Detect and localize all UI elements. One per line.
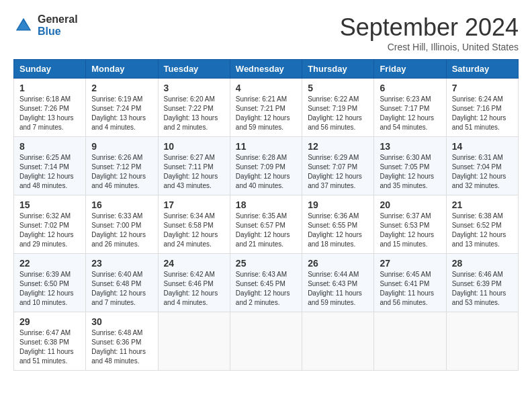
calendar-cell: [302, 312, 374, 371]
calendar-week-row: 15Sunrise: 6:32 AMSunset: 7:02 PMDayligh…: [14, 195, 519, 254]
calendar-cell: 26Sunrise: 6:44 AMSunset: 6:43 PMDayligh…: [302, 254, 374, 312]
logo-general-text: General: [38, 13, 78, 26]
day-info: Sunrise: 6:40 AMSunset: 6:48 PMDaylight:…: [91, 270, 152, 308]
day-number: 22: [19, 258, 80, 269]
day-number: 4: [236, 83, 296, 93]
calendar-cell: 2Sunrise: 6:19 AMSunset: 7:24 PMDaylight…: [86, 79, 158, 137]
day-info: Sunrise: 6:36 AMSunset: 6:55 PMDaylight:…: [308, 212, 368, 249]
calendar-table: SundayMondayTuesdayWednesdayThursdayFrid…: [13, 59, 519, 371]
day-info: Sunrise: 6:43 AMSunset: 6:45 PMDaylight:…: [236, 270, 296, 308]
day-number: 14: [452, 141, 513, 152]
day-number: 28: [452, 258, 513, 269]
logo-blue-text: Blue: [38, 26, 78, 38]
calendar-cell: 23Sunrise: 6:40 AMSunset: 6:48 PMDayligh…: [86, 254, 158, 312]
calendar-week-row: 29Sunrise: 6:47 AMSunset: 6:38 PMDayligh…: [14, 312, 519, 371]
day-number: 11: [236, 141, 296, 152]
day-number: 27: [380, 258, 440, 269]
day-number: 20: [380, 199, 440, 210]
day-number: 25: [236, 258, 296, 269]
calendar-cell: 21Sunrise: 6:38 AMSunset: 6:52 PMDayligh…: [446, 195, 518, 254]
weekday-header-sunday: Sunday: [14, 60, 86, 79]
day-info: Sunrise: 6:27 AMSunset: 7:11 PMDaylight:…: [164, 153, 224, 191]
weekday-header-tuesday: Tuesday: [158, 60, 230, 79]
calendar-cell: 30Sunrise: 6:48 AMSunset: 6:36 PMDayligh…: [86, 312, 158, 371]
day-info: Sunrise: 6:25 AMSunset: 7:14 PMDaylight:…: [19, 153, 80, 191]
day-number: 19: [308, 199, 368, 210]
day-info: Sunrise: 6:28 AMSunset: 7:09 PMDaylight:…: [236, 153, 296, 191]
calendar-cell: [374, 312, 446, 371]
calendar-cell: 10Sunrise: 6:27 AMSunset: 7:11 PMDayligh…: [158, 137, 230, 195]
day-info: Sunrise: 6:38 AMSunset: 6:52 PMDaylight:…: [452, 212, 513, 249]
calendar-cell: 9Sunrise: 6:26 AMSunset: 7:12 PMDaylight…: [86, 137, 158, 195]
calendar-cell: 8Sunrise: 6:25 AMSunset: 7:14 PMDaylight…: [14, 137, 86, 195]
calendar-cell: 1Sunrise: 6:18 AMSunset: 7:26 PMDaylight…: [14, 79, 86, 137]
day-number: 16: [91, 199, 152, 210]
page-header: General Blue September 2024 Crest Hill, …: [13, 13, 519, 52]
weekday-header-friday: Friday: [374, 60, 446, 79]
calendar-week-row: 8Sunrise: 6:25 AMSunset: 7:14 PMDaylight…: [14, 137, 519, 195]
calendar-cell: 11Sunrise: 6:28 AMSunset: 7:09 PMDayligh…: [230, 137, 302, 195]
day-number: 12: [308, 141, 368, 152]
title-block: September 2024 Crest Hill, Illinois, Uni…: [340, 13, 519, 52]
calendar-cell: 28Sunrise: 6:46 AMSunset: 6:39 PMDayligh…: [446, 254, 518, 312]
day-info: Sunrise: 6:26 AMSunset: 7:12 PMDaylight:…: [91, 153, 152, 191]
day-number: 7: [452, 83, 513, 93]
day-number: 6: [380, 83, 440, 93]
day-number: 15: [19, 199, 80, 210]
calendar-cell: 25Sunrise: 6:43 AMSunset: 6:45 PMDayligh…: [230, 254, 302, 312]
calendar-cell: 16Sunrise: 6:33 AMSunset: 7:00 PMDayligh…: [86, 195, 158, 254]
day-info: Sunrise: 6:34 AMSunset: 6:58 PMDaylight:…: [164, 212, 224, 249]
calendar-cell: 7Sunrise: 6:24 AMSunset: 7:16 PMDaylight…: [446, 79, 518, 137]
day-info: Sunrise: 6:48 AMSunset: 6:36 PMDaylight:…: [91, 328, 152, 366]
day-info: Sunrise: 6:22 AMSunset: 7:19 PMDaylight:…: [308, 95, 368, 132]
day-info: Sunrise: 6:32 AMSunset: 7:02 PMDaylight:…: [19, 212, 80, 249]
day-number: 18: [236, 199, 296, 210]
day-number: 26: [308, 258, 368, 269]
day-info: Sunrise: 6:18 AMSunset: 7:26 PMDaylight:…: [19, 95, 80, 132]
calendar-week-row: 1Sunrise: 6:18 AMSunset: 7:26 PMDaylight…: [14, 79, 519, 137]
day-info: Sunrise: 6:35 AMSunset: 6:57 PMDaylight:…: [236, 212, 296, 249]
calendar-cell: 4Sunrise: 6:21 AMSunset: 7:21 PMDaylight…: [230, 79, 302, 137]
calendar-cell: 19Sunrise: 6:36 AMSunset: 6:55 PMDayligh…: [302, 195, 374, 254]
day-number: 29: [19, 316, 80, 327]
calendar-cell: [230, 312, 302, 371]
weekday-header-row: SundayMondayTuesdayWednesdayThursdayFrid…: [14, 60, 519, 79]
day-number: 13: [380, 141, 440, 152]
day-number: 3: [164, 83, 224, 93]
calendar-cell: 22Sunrise: 6:39 AMSunset: 6:50 PMDayligh…: [14, 254, 86, 312]
weekday-header-thursday: Thursday: [302, 60, 374, 79]
weekday-header-saturday: Saturday: [446, 60, 518, 79]
day-number: 24: [164, 258, 224, 269]
day-number: 9: [91, 141, 152, 152]
day-info: Sunrise: 6:30 AMSunset: 7:05 PMDaylight:…: [380, 153, 440, 191]
day-info: Sunrise: 6:45 AMSunset: 6:41 PMDaylight:…: [380, 270, 440, 308]
day-info: Sunrise: 6:19 AMSunset: 7:24 PMDaylight:…: [91, 95, 152, 132]
calendar-cell: 6Sunrise: 6:23 AMSunset: 7:17 PMDaylight…: [374, 79, 446, 137]
calendar-cell: 27Sunrise: 6:45 AMSunset: 6:41 PMDayligh…: [374, 254, 446, 312]
day-info: Sunrise: 6:46 AMSunset: 6:39 PMDaylight:…: [452, 270, 513, 308]
calendar-cell: 5Sunrise: 6:22 AMSunset: 7:19 PMDaylight…: [302, 79, 374, 137]
calendar-cell: 18Sunrise: 6:35 AMSunset: 6:57 PMDayligh…: [230, 195, 302, 254]
calendar-cell: 24Sunrise: 6:42 AMSunset: 6:46 PMDayligh…: [158, 254, 230, 312]
day-info: Sunrise: 6:39 AMSunset: 6:50 PMDaylight:…: [19, 270, 80, 308]
weekday-header-monday: Monday: [86, 60, 158, 79]
day-info: Sunrise: 6:37 AMSunset: 6:53 PMDaylight:…: [380, 212, 440, 249]
day-number: 10: [164, 141, 224, 152]
day-info: Sunrise: 6:20 AMSunset: 7:22 PMDaylight:…: [164, 95, 224, 132]
day-number: 8: [19, 141, 80, 152]
day-info: Sunrise: 6:44 AMSunset: 6:43 PMDaylight:…: [308, 270, 368, 308]
month-title: September 2024: [340, 13, 519, 42]
calendar-cell: 13Sunrise: 6:30 AMSunset: 7:05 PMDayligh…: [374, 137, 446, 195]
logo-icon: [13, 15, 34, 36]
day-info: Sunrise: 6:33 AMSunset: 7:00 PMDaylight:…: [91, 212, 152, 249]
day-info: Sunrise: 6:31 AMSunset: 7:04 PMDaylight:…: [452, 153, 513, 191]
location-text: Crest Hill, Illinois, United States: [340, 42, 519, 52]
day-number: 23: [91, 258, 152, 269]
logo: General Blue: [13, 13, 78, 37]
calendar-cell: 29Sunrise: 6:47 AMSunset: 6:38 PMDayligh…: [14, 312, 86, 371]
calendar-cell: 17Sunrise: 6:34 AMSunset: 6:58 PMDayligh…: [158, 195, 230, 254]
calendar-cell: 15Sunrise: 6:32 AMSunset: 7:02 PMDayligh…: [14, 195, 86, 254]
calendar-cell: 20Sunrise: 6:37 AMSunset: 6:53 PMDayligh…: [374, 195, 446, 254]
day-info: Sunrise: 6:23 AMSunset: 7:17 PMDaylight:…: [380, 95, 440, 132]
day-number: 30: [91, 316, 152, 327]
